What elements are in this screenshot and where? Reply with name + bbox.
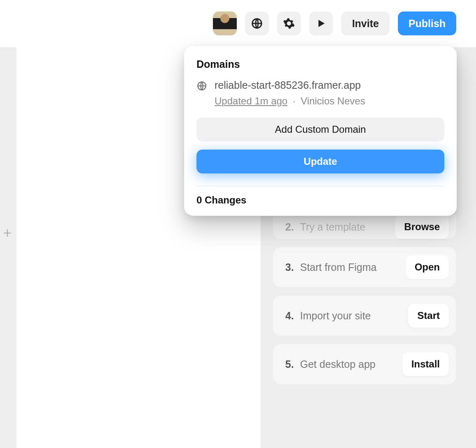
meta-separator: ·	[293, 95, 296, 106]
avatar[interactable]	[213, 12, 237, 35]
step-card: 4. Import your site Start	[273, 296, 456, 336]
step-label: Import your site	[300, 310, 371, 322]
step-action-open[interactable]: Open	[406, 255, 449, 279]
divider	[196, 186, 444, 186]
step-card: 2. Try a template Browse	[273, 215, 456, 239]
popover-title: Domains	[196, 58, 444, 70]
gear-icon	[283, 17, 295, 30]
domain-row: reliable-start-885236.framer.app Updated…	[196, 79, 444, 107]
globe-button[interactable]	[245, 12, 269, 35]
domain-meta: Updated 1m ago · Vinicios Neves	[215, 95, 365, 107]
update-button[interactable]: Update	[196, 150, 444, 173]
globe-icon	[251, 17, 263, 30]
preview-button[interactable]	[309, 12, 333, 35]
step-action-browse[interactable]: Browse	[395, 215, 449, 239]
changes-count: 0 Changes	[196, 194, 444, 206]
step-label: Start from Figma	[300, 261, 377, 273]
plus-icon	[2, 228, 13, 238]
step-action-start[interactable]: Start	[408, 304, 449, 328]
step-card: 5. Get desktop app Install	[273, 344, 456, 384]
domain-url[interactable]: reliable-start-885236.framer.app	[215, 79, 365, 91]
publish-popover: Domains reliable-start-885236.framer.app…	[184, 46, 457, 216]
step-number: 2.	[285, 221, 294, 233]
step-number: 4.	[285, 310, 294, 322]
step-number: 3.	[285, 261, 294, 273]
add-custom-domain-button[interactable]: Add Custom Domain	[196, 118, 444, 141]
author-name: Vinicios Neves	[300, 95, 365, 106]
settings-button[interactable]	[277, 12, 301, 35]
onboarding-steps: 2. Try a template Browse 3. Start from F…	[273, 215, 456, 384]
step-label: Try a template	[300, 221, 365, 233]
publish-button[interactable]: Publish	[398, 12, 456, 35]
globe-icon	[196, 81, 207, 93]
top-toolbar: Invite Publish	[213, 12, 456, 35]
invite-button[interactable]: Invite	[341, 12, 389, 35]
step-label: Get desktop app	[300, 358, 375, 370]
play-icon	[315, 17, 327, 30]
add-page-button[interactable]	[0, 219, 15, 247]
step-card: 3. Start from Figma Open	[273, 247, 456, 287]
updated-label[interactable]: Updated 1m ago	[215, 95, 287, 106]
step-number: 5.	[285, 358, 294, 370]
step-action-install[interactable]: Install	[402, 352, 449, 376]
